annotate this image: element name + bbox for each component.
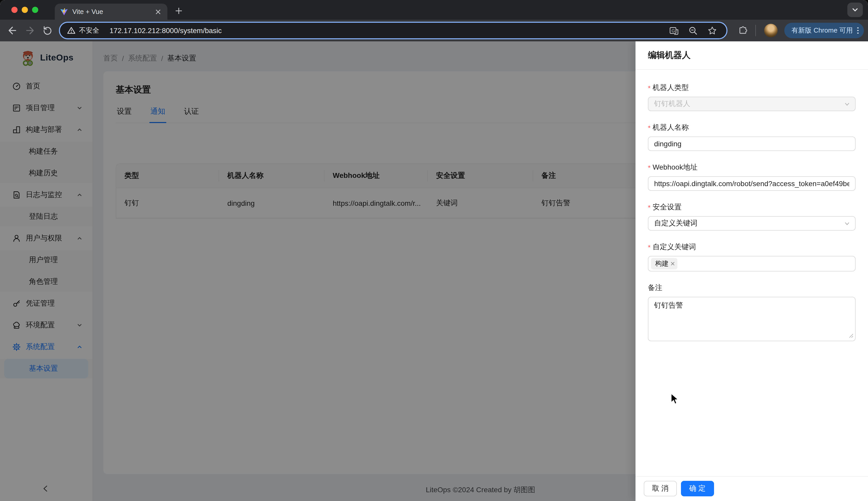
webhook-input[interactable] [648, 176, 856, 191]
required-mark: * [648, 204, 650, 211]
toolbar-separator [755, 25, 756, 36]
required-mark: * [648, 85, 650, 91]
keyword-tag: 构建 [651, 258, 677, 269]
tag-close-icon[interactable] [671, 262, 675, 266]
field-label: * 安全设置 [648, 202, 856, 213]
tab-title: Vite + Vue [72, 8, 154, 15]
edit-robot-drawer: 编辑机器人 * 机器人类型 钉钉机器人 [636, 41, 868, 501]
new-tab-button[interactable] [172, 4, 186, 18]
close-window-button[interactable] [11, 7, 18, 13]
security-label: 不安全 [79, 26, 99, 35]
required-mark: * [648, 124, 650, 131]
url-text: 172.17.102.212:8000/system/basic [110, 26, 222, 35]
drawer-form: * 机器人类型 钉钉机器人 * 机器人名称 [636, 70, 868, 476]
chevron-down-icon [844, 101, 850, 107]
address-bar[interactable]: 不安全 172.17.102.212:8000/system/basic G [59, 22, 727, 39]
mouse-cursor [670, 393, 680, 405]
confirm-button[interactable]: 确 定 [681, 481, 714, 496]
browser-tab[interactable]: Vite + Vue [55, 4, 167, 20]
fullscreen-window-button[interactable] [32, 7, 38, 13]
extensions-puzzle-icon[interactable] [735, 22, 751, 39]
svg-text:G: G [672, 28, 675, 33]
reload-icon[interactable] [39, 22, 56, 39]
field-keywords: * 自定义关键词 构建 [648, 242, 856, 271]
field-label: * Webhook地址 [648, 162, 856, 173]
tab-strip: Vite + Vue [0, 0, 868, 20]
robot-name-input[interactable] [648, 137, 856, 151]
zoom-out-icon[interactable] [688, 25, 698, 35]
field-label: * 自定义关键词 [648, 242, 856, 253]
textarea-resize-handle[interactable] [849, 331, 854, 340]
forward-icon[interactable] [22, 22, 38, 39]
browser-menu-kebab-icon[interactable] [857, 28, 859, 34]
web-page: LiteOps 首页 项目管理 [0, 41, 868, 501]
security-select[interactable]: 自定义关键词 [648, 216, 856, 231]
keywords-tag-input[interactable]: 构建 [648, 256, 856, 271]
browser-window: Vite + Vue [0, 0, 868, 501]
security-value: 自定义关键词 [648, 216, 856, 231]
profile-avatar[interactable] [764, 24, 778, 37]
field-webhook: * Webhook地址 [648, 162, 856, 191]
minimize-window-button[interactable] [22, 7, 28, 13]
field-robot-type: * 机器人类型 钉钉机器人 [648, 82, 856, 111]
not-secure-warning-icon [67, 26, 75, 35]
chrome-update-button[interactable]: 有新版 Chrome 可用 [784, 23, 864, 38]
required-mark: * [648, 164, 650, 171]
translate-icon[interactable]: G [669, 25, 679, 35]
robot-type-select[interactable]: 钉钉机器人 [648, 97, 856, 111]
tab-search-chevron-icon[interactable] [847, 3, 863, 17]
drawer-title: 编辑机器人 [636, 41, 868, 70]
tab-close-icon[interactable] [154, 8, 162, 16]
chrome-update-label: 有新版 Chrome 可用 [792, 26, 853, 35]
cancel-button[interactable]: 取 消 [644, 481, 677, 496]
back-icon[interactable] [4, 22, 21, 39]
field-label: * 机器人名称 [648, 122, 856, 134]
robot-type-value: 钉钉机器人 [648, 97, 856, 111]
window-controls [11, 7, 38, 13]
chevron-down-icon [844, 221, 850, 226]
field-security: * 安全设置 自定义关键词 [648, 202, 856, 231]
remark-textarea[interactable]: 钉钉告警 [648, 297, 856, 341]
field-robot-name: * 机器人名称 [648, 122, 856, 151]
required-mark: * [648, 244, 650, 250]
browser-toolbar: 不安全 172.17.102.212:8000/system/basic G [0, 20, 868, 41]
vite-favicon-icon [60, 8, 68, 16]
bookmark-star-icon[interactable] [707, 25, 717, 35]
field-label: * 机器人类型 [648, 82, 856, 94]
drawer-footer: 取 消 确 定 [636, 476, 868, 501]
field-label: 备注 [648, 282, 856, 294]
field-remark: 备注 钉钉告警 [648, 282, 856, 343]
